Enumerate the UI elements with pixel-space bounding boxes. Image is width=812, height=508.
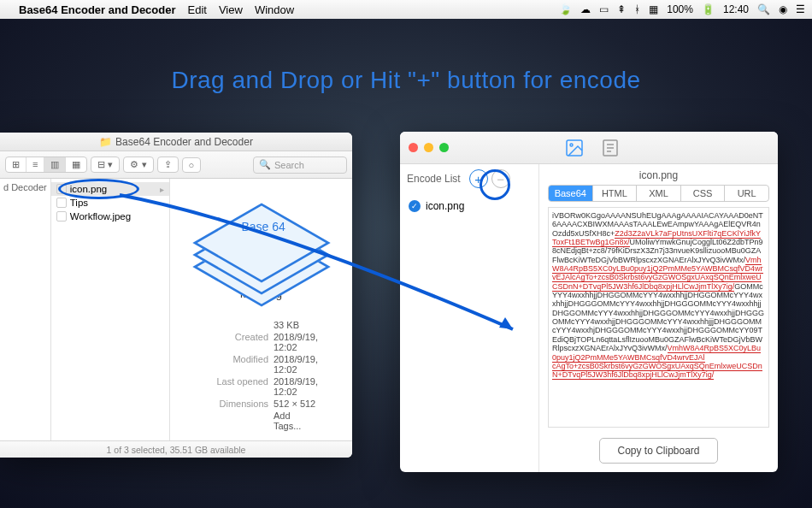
menubar: Base64 Encoder and Decoder Edit View Win… xyxy=(0,0,812,19)
column-view-button[interactable]: ▥ xyxy=(44,157,66,172)
encode-list-panel: Encode List + − ✓ icon.png xyxy=(400,164,539,472)
finder-titlebar[interactable]: 📁 Base64 Encoder and Decoder xyxy=(0,133,352,151)
file-row-tips[interactable]: Tips xyxy=(51,196,169,210)
file-name: Workflow.jpeg xyxy=(70,211,131,222)
encode-output-panel: icon.png Base64 HTML XML CSS URL iVBORw0… xyxy=(539,164,778,472)
flag-icon[interactable]: ▦ xyxy=(649,3,658,15)
encode-list-label: Encode List xyxy=(407,173,461,185)
file-name: Tips xyxy=(70,198,88,208)
finder-status-bar: 1 of 3 selected, 35.51 GB available xyxy=(0,440,352,458)
battery-box-icon[interactable]: ▭ xyxy=(599,3,609,15)
menu-edit[interactable]: Edit xyxy=(188,3,207,16)
file-size: 33 KB xyxy=(274,320,318,330)
tags-button[interactable]: ○ xyxy=(183,158,201,172)
meta-key: Modified xyxy=(204,354,268,375)
search-placeholder: Search xyxy=(274,160,304,170)
add-tags-button[interactable]: Add Tags... xyxy=(274,411,318,431)
menubar-right: 🍃 ☁ ▭ ⇞ ᚼ ▦ 100% 🔋 12:40 🔍 ◉ ☰ xyxy=(559,3,805,15)
check-icon: ✓ xyxy=(409,200,421,212)
view-mode-group: ⊞ ≡ ▥ ▦ xyxy=(5,157,87,173)
clock[interactable]: 12:40 xyxy=(723,3,749,15)
meta-key: Dimensions xyxy=(204,399,268,409)
file-icon xyxy=(56,211,67,222)
tab-base64[interactable]: Base64 xyxy=(549,186,593,201)
tab-url[interactable]: URL xyxy=(725,186,768,201)
meta-key: Last opened xyxy=(204,376,268,397)
headline: Drag and Drop or Hit "+" button for enco… xyxy=(0,67,812,94)
finder-body: d Decoder icon.png ▸ Tips Workflow.jpeg xyxy=(0,179,352,440)
finder-window: 📁 Base64 Encoder and Decoder ⊞ ≡ ▥ ▦ ⊟ ▾… xyxy=(0,133,352,458)
output-filename: icon.png xyxy=(548,169,769,181)
copy-to-clipboard-button[interactable]: Copy to Clipboard xyxy=(599,438,717,464)
wifi-icon[interactable]: ⇞ xyxy=(617,3,626,15)
arrange-button[interactable]: ⊟ ▾ xyxy=(91,157,119,172)
finder-file-list: icon.png ▸ Tips Workflow.jpeg xyxy=(51,179,170,440)
minimize-button[interactable] xyxy=(424,143,433,152)
preview-meta: 33 KB Created2018/9/19, 12:02 Modified20… xyxy=(179,319,344,432)
title-mode-icons xyxy=(564,138,621,158)
meta-val: 2018/9/19, 12:02 xyxy=(274,332,318,352)
folder-icon: 📁 xyxy=(99,136,112,148)
action-button[interactable]: ⚙ ▾ xyxy=(124,157,152,172)
icon-view-button[interactable]: ⊞ xyxy=(6,157,26,172)
list-item[interactable]: ✓ icon.png xyxy=(409,200,530,212)
remove-button[interactable]: − xyxy=(491,169,510,188)
file-name: icon.png xyxy=(70,184,107,194)
format-tabs: Base64 HTML XML CSS URL xyxy=(548,185,769,202)
meta-val: 2018/9/19, 12:02 xyxy=(274,354,318,375)
finder-preview: Base 64 icon.png 33 KB Created2018/9/19,… xyxy=(170,179,352,440)
arrange-group[interactable]: ⊟ ▾ xyxy=(91,157,120,173)
share-group[interactable]: ⇪ xyxy=(157,157,179,173)
battery-percent[interactable]: 100% xyxy=(667,3,693,15)
search-icon: 🔍 xyxy=(259,159,271,170)
file-icon xyxy=(56,198,67,208)
chevron-right-icon: ▸ xyxy=(160,185,164,194)
meta-key: Created xyxy=(204,332,268,352)
meta-val: 2018/9/19, 12:02 xyxy=(274,376,318,397)
svg-point-1 xyxy=(570,144,573,146)
action-group[interactable]: ⚙ ▾ xyxy=(123,157,153,173)
spotlight-icon[interactable]: 🔍 xyxy=(757,3,770,15)
tab-html[interactable]: HTML xyxy=(593,186,638,201)
cloud-icon[interactable]: ☁ xyxy=(580,3,591,15)
siri-icon[interactable]: ◉ xyxy=(779,3,787,15)
battery-icon[interactable]: 🔋 xyxy=(702,3,715,15)
list-view-button[interactable]: ≡ xyxy=(26,157,44,172)
encode-list: ✓ icon.png xyxy=(400,193,538,219)
meta-val: 512 × 512 xyxy=(274,399,318,409)
text-mode-icon[interactable] xyxy=(600,138,621,158)
encoder-window: Encode List + − ✓ icon.png icon.png Base… xyxy=(400,132,778,472)
close-button[interactable] xyxy=(409,143,418,152)
tab-xml[interactable]: XML xyxy=(637,186,681,201)
gallery-view-button[interactable]: ▦ xyxy=(66,157,86,172)
sidebar-item[interactable]: d Decoder xyxy=(3,182,47,192)
stack-label: Base 64 xyxy=(242,220,285,233)
encode-list-header: Encode List + − xyxy=(400,164,538,193)
tab-css[interactable]: CSS xyxy=(681,186,726,201)
preview-icon: Base 64 xyxy=(206,196,317,272)
tags-group[interactable]: ○ xyxy=(182,157,202,173)
traffic-lights xyxy=(409,143,449,152)
finder-sidebar-col: d Decoder xyxy=(0,179,51,440)
list-item-name: icon.png xyxy=(426,200,464,212)
finder-search[interactable]: 🔍 Search xyxy=(253,157,347,174)
file-icon xyxy=(56,184,67,194)
app-title[interactable]: Base64 Encoder and Decoder xyxy=(19,3,176,16)
output-textarea[interactable]: iVBORw0KGgoAAAANSUhEUgAAAgAAAAIACAYAAAD0… xyxy=(548,207,769,428)
file-row-icon-png[interactable]: icon.png ▸ xyxy=(51,182,169,196)
finder-toolbar: ⊞ ≡ ▥ ▦ ⊟ ▾ ⚙ ▾ ⇪ ○ 🔍 Search xyxy=(0,151,352,179)
leaf-icon[interactable]: 🍃 xyxy=(559,3,572,15)
share-button[interactable]: ⇪ xyxy=(158,157,178,172)
encoder-content: Encode List + − ✓ icon.png icon.png Base… xyxy=(400,164,778,472)
encoder-titlebar[interactable] xyxy=(400,132,778,164)
finder-title: Base64 Encoder and Decoder xyxy=(115,136,253,148)
notification-center-icon[interactable]: ☰ xyxy=(796,3,805,15)
zoom-button[interactable] xyxy=(439,143,449,152)
add-button[interactable]: + xyxy=(469,169,488,188)
menu-window[interactable]: Window xyxy=(255,3,294,16)
file-row-workflow[interactable]: Workflow.jpeg xyxy=(51,210,169,223)
menu-view[interactable]: View xyxy=(219,3,243,16)
bluetooth-icon[interactable]: ᚼ xyxy=(634,3,640,15)
image-mode-icon[interactable] xyxy=(564,138,585,158)
